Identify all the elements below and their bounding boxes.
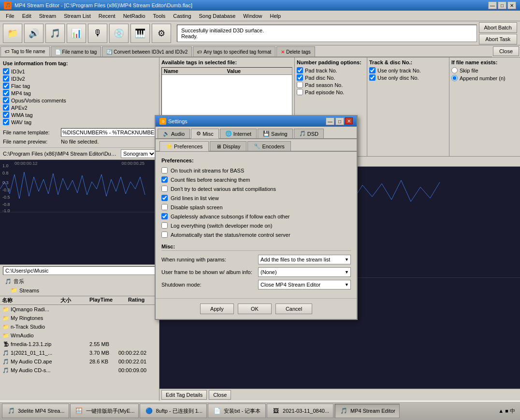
- tab-delete-tags[interactable]: ✕Delete tags: [276, 46, 315, 57]
- dialog-maximize[interactable]: □: [335, 117, 344, 125]
- cb-flac-tag[interactable]: [3, 83, 9, 89]
- tab-tag-to-file[interactable]: 🏷Tag to file name: [0, 46, 50, 57]
- taskbar-btn-mp4stream[interactable]: 🎵 MP4 Stream Editor: [334, 404, 400, 418]
- file-row-ntrack[interactable]: 📁n-Track Studio: [0, 322, 159, 331]
- taskbar-btn-3delite[interactable]: 🎵 3delite MP4 Strea...: [2, 404, 69, 418]
- cb-id3v2[interactable]: [3, 75, 9, 82]
- cancel-button[interactable]: Cancel: [275, 304, 312, 314]
- apply-button[interactable]: Apply: [200, 304, 234, 314]
- cb-id3v1[interactable]: [3, 68, 9, 74]
- abort-task-button[interactable]: Abort Task: [479, 34, 517, 44]
- dialog-tab-audio[interactable]: 🔊Audio: [158, 129, 190, 138]
- file-row-audio-cds[interactable]: 🎵My Audio CD-s...00:00:09.00: [0, 366, 159, 375]
- abort-batch-button[interactable]: Abort Batch: [479, 22, 517, 33]
- taskbar-icon-mp4stream: 🎵: [339, 406, 348, 416]
- taskbar-btn-8uftp[interactable]: 🔵 8uftp - 已连接到 1...: [140, 404, 207, 418]
- ok-button[interactable]: OK: [238, 304, 272, 314]
- maximize-button[interactable]: □: [498, 1, 506, 9]
- file-row-iqmango[interactable]: 📁IQmango Radi...: [0, 305, 159, 314]
- pref-cb-4[interactable]: [161, 204, 168, 210]
- menu-netradio[interactable]: NetRadio: [119, 12, 149, 20]
- cb-use-track[interactable]: [369, 67, 376, 73]
- dialog-tabs: 🔊Audio ⚙Misc 🌐Internet 💾Saving 🎵DSD: [156, 127, 357, 139]
- close-button[interactable]: ✕: [507, 1, 516, 9]
- cb-pad-track[interactable]: [297, 67, 303, 73]
- menu-song-database[interactable]: Song Database: [195, 12, 240, 20]
- cb-apev2[interactable]: [3, 104, 9, 111]
- tags-col-value: Value: [227, 68, 290, 74]
- dialog-title: Settings: [168, 118, 188, 124]
- shutdown-select[interactable]: Close MP4 Stream Editor Hibernate Shutdo…: [258, 280, 351, 290]
- tab-file-to-tag[interactable]: 📄File name to tag: [51, 46, 101, 57]
- dialog-tab-dsd[interactable]: 🎵DSD: [294, 129, 324, 138]
- toolbar-btn-6[interactable]: 💿: [109, 24, 129, 43]
- menu-tools[interactable]: Tools: [149, 12, 170, 20]
- toolbar-btn-1[interactable]: 📁: [3, 24, 22, 43]
- user-frame-select[interactable]: (None) Frame 1 Frame 2: [258, 267, 351, 277]
- cb-wav-tag[interactable]: [3, 119, 9, 125]
- dialog-close-button[interactable]: ✕: [345, 117, 353, 124]
- menu-stream-list[interactable]: Stream List: [60, 12, 95, 20]
- dialog-tab-misc[interactable]: ⚙Misc: [191, 129, 219, 139]
- pref-cb-7[interactable]: [161, 232, 168, 238]
- radio-skip[interactable]: [451, 67, 458, 73]
- pref-cb-3[interactable]: [161, 195, 168, 201]
- toolbar-btn-2[interactable]: 🔊: [24, 24, 43, 43]
- taskbar-btn-notepad[interactable]: 📄 安装txt - 记事本: [208, 404, 266, 418]
- tab-any-tags[interactable]: 🏷Any tags to specified tag format: [193, 46, 275, 57]
- close-tab-button[interactable]: Close: [493, 46, 519, 56]
- taskbar-btn-screenshot[interactable]: 🖼 2021-03-11_0840...: [267, 404, 333, 418]
- filename-template-input[interactable]: [61, 128, 156, 137]
- cb-pad-season[interactable]: [297, 82, 303, 88]
- cb-use-disc[interactable]: [369, 74, 376, 81]
- dialog-minimize[interactable]: —: [326, 117, 334, 125]
- cb-pad-disc[interactable]: [297, 74, 303, 81]
- edit-tag-details-button[interactable]: Edit Tag Details: [161, 390, 207, 400]
- pref-cb-5[interactable]: [161, 213, 168, 219]
- toolbar-btn-4[interactable]: 📊: [67, 24, 86, 43]
- file-path-display: C:\Program Files (x86)\MP4 Stream Editor…: [3, 151, 119, 157]
- tab-convert-id3[interactable]: 🔄Convert between ID3v1 and ID3v2: [102, 46, 192, 57]
- radio-append[interactable]: [451, 75, 458, 81]
- file-row-wmaudio[interactable]: 📁WmAudio: [0, 331, 159, 340]
- cb-wma-tag[interactable]: [3, 112, 9, 118]
- sonogram-select[interactable]: Sonogram: [121, 149, 156, 158]
- pref-cb-1[interactable]: [161, 176, 168, 183]
- file-row-fmedia[interactable]: 🗜fmedia-1.23.1.zip2.55 MB: [0, 340, 159, 348]
- toolbar-btn-8[interactable]: ⚙: [152, 24, 171, 43]
- file-row-audio-cd[interactable]: 🎵My Audio CD.ape28.6 KB00:00:22.01: [0, 357, 159, 366]
- stream-close-button[interactable]: Close: [209, 390, 231, 400]
- cb-pad-episode[interactable]: [297, 89, 303, 95]
- minimize-button[interactable]: —: [488, 1, 497, 9]
- svg-text:-0.3: -0.3: [2, 188, 10, 192]
- tree-item-streams[interactable]: 📁Streams: [3, 286, 156, 294]
- taskbar-clock: ▲ ■ 中: [495, 407, 518, 415]
- params-select[interactable]: Add the files to the stream list Open fi…: [258, 255, 351, 264]
- tree-item-music[interactable]: 🎵音乐: [3, 277, 156, 286]
- toolbar-btn-7[interactable]: 🎹: [130, 24, 150, 43]
- file-row-ringtones[interactable]: 📁My Ringtones: [0, 314, 159, 322]
- file-row-audio1[interactable]: 🎵1(2021_01_11_...3.70 MB00:00:22.02: [0, 348, 159, 357]
- cb-mp4-tag[interactable]: [3, 90, 9, 96]
- col-size: 大小: [60, 297, 89, 304]
- toolbar-btn-3[interactable]: 🎵: [45, 24, 65, 43]
- dialog-tab-saving[interactable]: 💾Saving: [258, 129, 293, 138]
- pref-cb-6[interactable]: [161, 222, 168, 229]
- dialog-subtab-preferences[interactable]: ⭐Preferences: [159, 141, 209, 151]
- menu-window[interactable]: Window: [239, 12, 266, 20]
- cb-opus[interactable]: [3, 97, 9, 103]
- pref-cb-2[interactable]: [161, 186, 168, 192]
- dialog-tab-internet[interactable]: 🌐Internet: [220, 129, 257, 138]
- menu-help[interactable]: Help: [266, 12, 285, 20]
- toolbar-btn-5[interactable]: 🎙: [88, 24, 107, 43]
- menu-stream[interactable]: Stream: [35, 12, 60, 20]
- menu-file[interactable]: File: [2, 12, 18, 20]
- menu-casting[interactable]: Casting: [169, 12, 195, 20]
- menu-edit[interactable]: Edit: [18, 12, 35, 20]
- dialog-subtab-encoders[interactable]: 🔧Encoders: [247, 141, 290, 151]
- taskbar-icon-yijian: 🪟: [74, 406, 84, 416]
- menu-recent[interactable]: Recent: [95, 12, 119, 20]
- pref-cb-0[interactable]: [161, 167, 168, 174]
- taskbar-btn-yijian[interactable]: 🪟 一键排版助手(MyE...: [70, 404, 139, 418]
- dialog-subtab-display[interactable]: 🖥Display: [210, 141, 246, 151]
